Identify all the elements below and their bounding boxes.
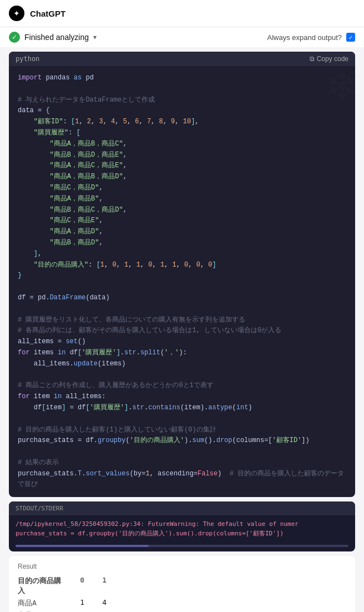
status-bar: ✓ Finished analyzing ▾ Always expand out… (0, 27, 364, 47)
expand-label: Always expand output? (267, 33, 342, 42)
app-title: ChatGPT (30, 9, 65, 18)
expand-checkbox[interactable]: ✓ (346, 33, 355, 42)
code-header: python ⧉ Copy code (9, 52, 355, 66)
logo-icon: ✦ (13, 9, 20, 18)
stdout-section: STDOUT/STDERR /tmp/ipykernel_58/32504593… (9, 501, 355, 551)
check-icon: ✓ (9, 32, 20, 43)
stdout-line1: /tmp/ipykernel_58/3250459302.py:34: Futu… (16, 520, 348, 529)
status-left: ✓ Finished analyzing ▾ (9, 32, 97, 43)
app-logo: ✦ (9, 6, 24, 21)
col-header-1: 1 (84, 576, 107, 596)
result-table-header: 目的の商品購入 0 1 (18, 575, 346, 597)
stdout-header: STDOUT/STDERR (9, 501, 355, 515)
row-val-1: 4 (84, 598, 107, 608)
code-language: python (16, 55, 39, 63)
copy-icon: ⧉ (310, 55, 315, 63)
table-row: 商品A 1 4 (18, 597, 346, 609)
table-row: 商品B 2 4 (18, 609, 346, 612)
main-content: python ⧉ Copy code import pandas as pd #… (0, 47, 364, 612)
result-label: Result (18, 563, 346, 570)
col-header-0: 0 (62, 576, 84, 596)
code-body: import pandas as pd # 与えられたデータをDataFrame… (9, 66, 355, 497)
copy-code-button[interactable]: ⧉ Copy code (310, 55, 348, 63)
progress-bar (16, 545, 348, 547)
row-val-0: 1 (62, 598, 84, 608)
stdout-line2: purchase_stats = df.groupby('目的の商品購入').s… (16, 529, 348, 539)
app-header: ✦ ChatGPT (0, 0, 364, 27)
stdout-body: /tmp/ipykernel_58/3250459302.py:34: Futu… (9, 515, 355, 543)
result-section: Result 目的の商品購入 0 1 商品A 1 4 商品B 2 4 商品C 2… (9, 556, 355, 612)
result-table: 目的の商品購入 0 1 商品A 1 4 商品B 2 4 商品C 2 3 商品D (18, 575, 346, 612)
status-text: Finished analyzing (24, 33, 89, 42)
chevron-down-icon[interactable]: ▾ (93, 33, 97, 41)
code-block: python ⧉ Copy code import pandas as pd #… (9, 52, 355, 497)
row-name: 商品A (18, 598, 62, 608)
status-right: Always expand output? ✓ (267, 33, 355, 42)
progress-fill (16, 545, 149, 547)
col-header-name: 目的の商品購入 (18, 576, 62, 596)
